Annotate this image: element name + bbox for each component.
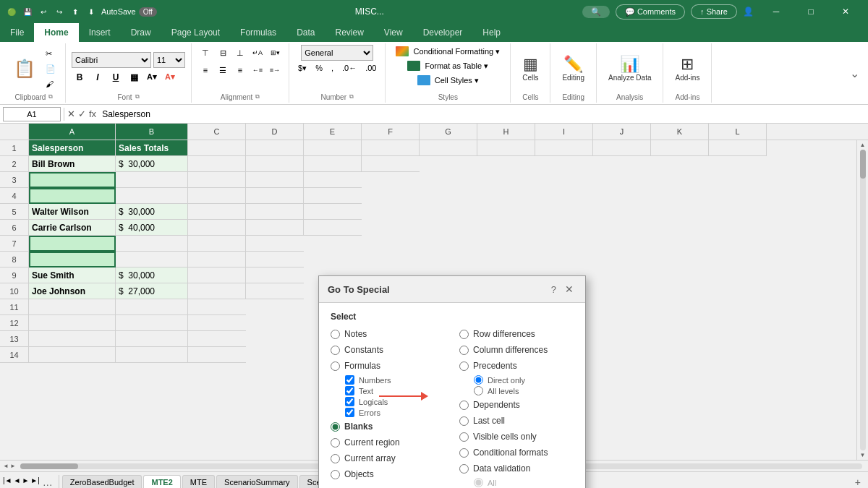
logicals-option[interactable]: Logicals (345, 397, 445, 406)
tab-nav-prev[interactable]: ◄ (14, 476, 21, 488)
currency-button[interactable]: $▾ (295, 62, 310, 74)
fill-color-button[interactable]: A▾ (144, 69, 160, 85)
cell-a8[interactable] (29, 252, 116, 267)
confirm-icon[interactable]: ✓ (78, 108, 86, 119)
cell-d4[interactable] (246, 188, 304, 204)
cell-b11[interactable] (116, 299, 188, 315)
formulas-option[interactable]: Formulas (331, 359, 445, 372)
cell-b5[interactable]: $ 30,000 (116, 204, 188, 220)
vertical-scrollbar[interactable]: ▲ ▼ (856, 140, 868, 460)
numbers-checkbox[interactable] (345, 375, 354, 385)
sheet-tab-scenario-summary[interactable]: ScenarioSummary (216, 475, 297, 488)
sort-asc-icon[interactable]: ⬆ (69, 6, 81, 17)
cell-c2[interactable] (188, 156, 246, 172)
cell-b8[interactable] (116, 252, 188, 267)
dependents-radio[interactable] (459, 401, 469, 410)
cell-b3[interactable] (116, 172, 188, 188)
tab-draw[interactable]: Draw (121, 23, 161, 42)
cell-d1[interactable] (246, 140, 304, 156)
comments-button[interactable]: 💬 Comments (616, 4, 685, 20)
cell-c10[interactable] (188, 283, 246, 299)
dialog-help-icon[interactable]: ? (551, 284, 556, 295)
tab-home[interactable]: Home (34, 23, 78, 42)
cell-b12[interactable] (116, 315, 188, 331)
cell-a13[interactable] (29, 331, 116, 347)
col-header-g[interactable]: G (420, 124, 477, 140)
cell-e5[interactable] (304, 204, 362, 220)
col-header-h[interactable]: H (477, 124, 535, 140)
add-sheet-icon[interactable]: + (851, 476, 865, 488)
col-header-l[interactable]: L (709, 124, 767, 140)
cell-c13[interactable] (188, 331, 246, 347)
search-box[interactable]: 🔍 (582, 6, 610, 18)
scroll-up-arrow[interactable]: ▲ (860, 142, 866, 148)
cell-d6[interactable] (246, 220, 304, 236)
cell-styles-button[interactable]: Cell Styles ▾ (413, 74, 483, 87)
row-differences-option[interactable]: Row differences (459, 328, 574, 341)
cell-c11[interactable] (188, 299, 246, 315)
notes-option[interactable]: Notes (331, 328, 445, 341)
cells-button[interactable]: ▦ Cells (516, 52, 544, 85)
cell-b9[interactable]: $ 30,000 (116, 267, 188, 283)
cell-c8[interactable] (188, 252, 246, 267)
cell-k1[interactable] (651, 140, 709, 156)
merge-button[interactable]: ⊞▾ (267, 45, 283, 61)
cell-f1[interactable] (362, 140, 420, 156)
format-as-table-button[interactable]: Format as Table ▾ (403, 59, 493, 72)
numbers-option[interactable]: Numbers (345, 375, 445, 385)
precedents-option[interactable]: Precedents (459, 359, 574, 372)
sheet-tab-zerobasedbudget[interactable]: ZeroBasedBudget (62, 475, 142, 488)
align-top-button[interactable]: ⊤ (197, 45, 213, 61)
all-sub-radio[interactable] (474, 478, 483, 487)
last-cell-radio[interactable] (459, 416, 469, 426)
name-box[interactable] (3, 107, 61, 121)
cell-wider[interactable] (362, 156, 420, 172)
conditional-formats-radio[interactable] (459, 448, 469, 458)
sheet-tab-mte2[interactable]: MTE2 (143, 475, 180, 489)
cell-g1[interactable] (420, 140, 477, 156)
dialog-close-button[interactable]: ✕ (562, 282, 576, 296)
cell-j1[interactable] (593, 140, 651, 156)
user-icon[interactable]: 👤 (743, 7, 754, 17)
copy-button[interactable]: 📄 (42, 62, 59, 76)
h-scroll-thumb[interactable] (20, 463, 78, 469)
cell-b7[interactable] (116, 236, 188, 252)
visible-cells-radio[interactable] (459, 432, 469, 442)
cell-a14[interactable] (29, 347, 116, 363)
cell-d5[interactable] (246, 204, 304, 220)
data-validation-option[interactable]: Data validation (459, 462, 574, 475)
current-region-option[interactable]: Current region (331, 436, 445, 449)
cell-e2[interactable] (304, 156, 362, 172)
align-bottom-button[interactable]: ⊥ (232, 45, 248, 61)
logicals-checkbox[interactable] (345, 397, 354, 406)
italic-button[interactable]: I (90, 69, 106, 85)
clipboard-expand-icon[interactable]: ⧉ (48, 93, 53, 100)
cell-b1[interactable]: Sales Totals (116, 140, 188, 156)
objects-radio[interactable] (331, 470, 340, 479)
current-array-radio[interactable] (331, 454, 340, 463)
cell-b14[interactable] (116, 347, 188, 363)
number-format-select[interactable]: General (301, 45, 373, 61)
tab-help[interactable]: Help (472, 23, 511, 42)
paste-button[interactable]: 📋 (9, 56, 41, 81)
border-button[interactable]: ▦ (126, 69, 142, 85)
cell-e1[interactable] (304, 140, 362, 156)
cell-d2[interactable] (246, 156, 304, 172)
cell-d7[interactable] (246, 236, 304, 252)
tab-page-layout[interactable]: Page Layout (161, 23, 230, 42)
cell-c1[interactable] (188, 140, 246, 156)
col-header-j[interactable]: J (593, 124, 651, 140)
blanks-option[interactable]: Blanks (331, 420, 445, 433)
cell-a5[interactable]: Walter Wilson (29, 204, 116, 220)
editing-button[interactable]: ✏️ Editing (556, 52, 590, 85)
cell-b10[interactable]: $ 27,000 (116, 283, 188, 299)
autosave-control[interactable]: AutoSave Off (101, 7, 157, 17)
col-header-i[interactable]: I (535, 124, 593, 140)
all-levels-radio[interactable] (474, 386, 483, 395)
col-header-e[interactable]: E (304, 124, 362, 140)
ribbon-collapse-icon[interactable]: ⌄ (850, 67, 859, 80)
all-levels-option[interactable]: All levels (474, 386, 574, 395)
insert-function-icon[interactable]: fx (89, 108, 96, 119)
col-header-a[interactable]: A (29, 124, 116, 140)
col-header-f[interactable]: F (362, 124, 420, 140)
